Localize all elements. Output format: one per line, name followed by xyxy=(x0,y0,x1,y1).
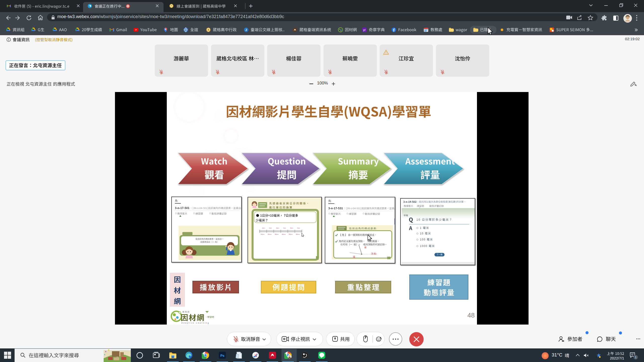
svg-text:6cm: 6cm xyxy=(297,227,300,229)
svg-text:30mm: 30mm xyxy=(275,234,279,235)
svg-text:20mm: 20mm xyxy=(268,234,272,235)
svg-text:4cm: 4cm xyxy=(283,227,286,229)
svg-text:J: J xyxy=(245,28,247,31)
svg-text:1cm: 1cm xyxy=(262,227,265,229)
svg-text:Ps: Ps xyxy=(220,354,224,357)
svg-text:3cm: 3cm xyxy=(276,227,279,229)
svg-text:5cm: 5cm xyxy=(290,227,293,229)
svg-text:y!: y! xyxy=(363,28,366,31)
svg-text:60mm: 60mm xyxy=(296,234,300,235)
svg-text:2cm: 2cm xyxy=(269,227,272,229)
svg-text:50mm: 50mm xyxy=(289,234,293,235)
svg-text:40mm: 40mm xyxy=(282,234,286,235)
svg-text:10mm: 10mm xyxy=(261,234,265,235)
svg-text:1: 1 xyxy=(635,356,636,359)
